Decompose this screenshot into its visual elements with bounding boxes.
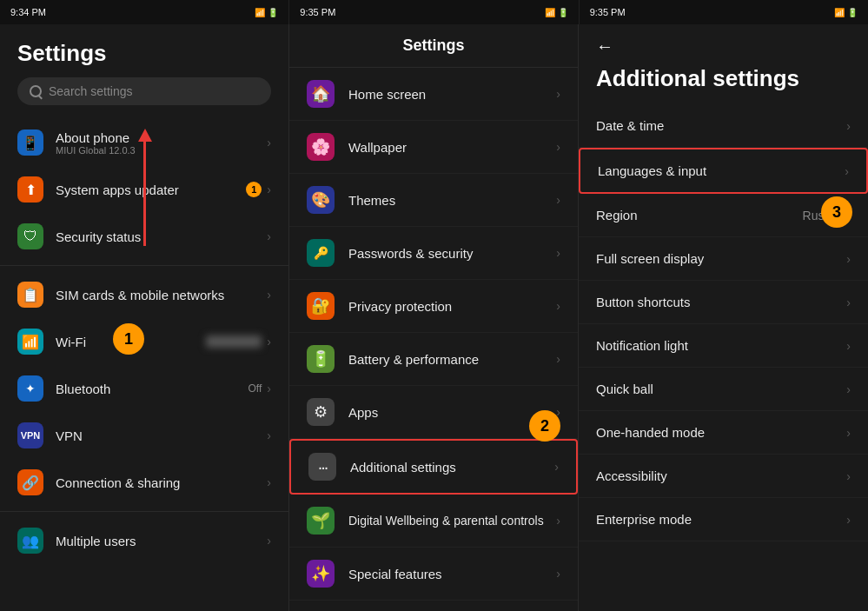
chevron-enterprise: › (846, 513, 851, 527)
right-item-accessibility[interactable]: Accessibility › (579, 455, 868, 498)
region-label: Region (596, 208, 638, 222)
settings-item-updater[interactable]: ⬆ System apps updater 1 › (0, 166, 288, 213)
menu-item-battery[interactable]: 🔋 Battery & performance › (289, 333, 578, 386)
chevron-sim: › (267, 288, 271, 302)
chevron-about: › (267, 136, 271, 149)
wifi-value: XXXXXXXX (206, 335, 262, 348)
passwords-label: Passwords & security (348, 246, 473, 261)
left-panel-header: Settings Search settings (0, 24, 288, 114)
additional-label: Additional settings (350, 460, 456, 475)
menu-item-themes[interactable]: 🎨 Themes › (289, 174, 578, 227)
special-label: Special features (348, 567, 442, 581)
about-label: About phone (56, 130, 267, 145)
right-item-enterprise[interactable]: Enterprise mode › (579, 498, 868, 541)
shortcuts-label: Button shortcuts (596, 295, 690, 309)
settings-item-connection[interactable]: 🔗 Connection & sharing › (0, 459, 288, 506)
privacy-icon: 🔐 (307, 292, 335, 320)
right-item-datetime[interactable]: Date & time › (579, 104, 868, 148)
battery-icon-middle: 🔋 (558, 8, 568, 17)
time-middle: 9:35 PM (300, 7, 335, 17)
status-icons-right: 📶 🔋 (834, 8, 858, 17)
chevron-shortcuts: › (846, 296, 851, 309)
menu-item-privacy[interactable]: 🔐 Privacy protection › (289, 280, 578, 333)
privacy-label: Privacy protection (348, 299, 452, 314)
search-icon (30, 85, 42, 97)
back-button[interactable]: ← (596, 37, 613, 56)
chevron-wifi: › (267, 335, 271, 349)
sim-icon: 📋 (17, 282, 43, 308)
sim-label: SIM cards & mobile networks (56, 288, 267, 302)
right-item-notification-light[interactable]: Notification light › (579, 324, 868, 368)
chevron-languages: › (845, 164, 849, 178)
right-item-quickball[interactable]: Quick ball › (579, 368, 868, 411)
apps-icon: ⚙ (307, 398, 335, 426)
circle-badge-1: 1 (113, 323, 144, 355)
chevron-bluetooth: › (267, 382, 271, 395)
menu-item-homescreen[interactable]: 🏠 Home screen › (289, 68, 578, 121)
menu-item-additional[interactable]: ··· Additional settings › (289, 439, 578, 495)
main-content: 1 Settings Search settings 📱 About phone… (0, 24, 868, 611)
enterprise-label: Enterprise mode (596, 512, 692, 527)
settings-item-sim[interactable]: 📋 SIM cards & mobile networks › (0, 271, 288, 318)
divider-2 (0, 511, 288, 512)
updater-label: System apps updater (56, 183, 246, 197)
updater-badge: 1 (246, 182, 262, 197)
connection-icon: 🔗 (17, 469, 43, 495)
settings-item-bluetooth[interactable]: ✦ Bluetooth Off › (0, 365, 288, 412)
battery-icon-left: 🔋 (268, 8, 278, 17)
notification-light-label: Notification light (596, 338, 688, 353)
right-panel-header: ← (579, 24, 868, 65)
settings-item-security[interactable]: 🛡 Security status › (0, 213, 288, 260)
onehanded-label: One-handed mode (596, 425, 705, 440)
datetime-label: Date & time (596, 118, 664, 133)
status-bars: 9:34 PM 📶 🔋 9:35 PM 📶 🔋 9:35 PM 📶 🔋 (0, 0, 868, 24)
panel-left: 1 Settings Search settings 📱 About phone… (0, 24, 289, 611)
chevron-multiusers: › (267, 534, 271, 548)
panel-right: 3 ← Additional settings Date & time › La… (579, 24, 868, 611)
time-right: 9:35 PM (590, 7, 626, 17)
settings-item-vpn[interactable]: VPN VPN › (0, 412, 288, 459)
chevron-connection: › (267, 475, 271, 489)
right-item-onehanded[interactable]: One-handed mode › (579, 411, 868, 455)
chevron-accessibility: › (846, 469, 851, 483)
wallpaper-label: Wallpaper (348, 140, 407, 155)
battery-icon: 🔋 (307, 345, 335, 373)
passwords-icon: 🔑 (307, 239, 335, 267)
multiusers-icon: 👥 (17, 528, 43, 554)
settings-item-about[interactable]: 📱 About phone MIUI Global 12.0.3 › (0, 119, 288, 166)
middle-panel-list: 🏠 Home screen › 🌸 Wallpaper › 🎨 Themes ›… (289, 68, 578, 611)
chevron-homescreen: › (556, 87, 560, 101)
multiusers-label: Multiple users (56, 534, 267, 548)
chevron-vpn: › (267, 428, 271, 442)
settings-item-multiusers[interactable]: 👥 Multiple users › (0, 517, 288, 564)
wallpaper-icon: 🌸 (307, 133, 335, 161)
search-bar[interactable]: Search settings (17, 77, 271, 105)
chevron-passwords: › (556, 246, 560, 260)
right-item-languages[interactable]: Languages & input › (579, 148, 868, 194)
chevron-onehanded: › (846, 426, 851, 440)
divider-1 (0, 265, 288, 266)
right-item-shortcuts[interactable]: Button shortcuts › (579, 281, 868, 324)
battery-label: Battery & performance (348, 352, 479, 367)
security-label: Security status (56, 229, 267, 244)
accessibility-label: Accessibility (596, 468, 667, 483)
status-bar-middle: 9:35 PM 📶 🔋 (288, 0, 578, 24)
right-item-fullscreen[interactable]: Full screen display › (579, 237, 868, 281)
chevron-special: › (556, 567, 560, 581)
time-left: 9:34 PM (10, 7, 46, 17)
right-panel-title-container: Additional settings (579, 65, 868, 104)
chevron-security: › (267, 229, 271, 243)
battery-icon-right: 🔋 (847, 8, 858, 17)
homescreen-icon: 🏠 (307, 80, 335, 108)
fullscreen-label: Full screen display (596, 251, 704, 266)
settings-item-wifi[interactable]: 📶 Wi-Fi XXXXXXXX › (0, 318, 288, 365)
menu-item-wallpaper[interactable]: 🌸 Wallpaper › (289, 121, 578, 174)
left-panel-title: Settings (17, 40, 271, 67)
menu-item-wellbeing[interactable]: 🌱 Digital Wellbeing & parental controls … (289, 495, 578, 548)
chevron-additional: › (554, 460, 559, 474)
wellbeing-label: Digital Wellbeing & parental controls (348, 514, 544, 528)
updater-icon: ⬆ (17, 176, 43, 203)
menu-item-passwords[interactable]: 🔑 Passwords & security › (289, 227, 578, 280)
chevron-privacy: › (556, 299, 560, 313)
menu-item-special[interactable]: ✨ Special features › (289, 548, 578, 601)
